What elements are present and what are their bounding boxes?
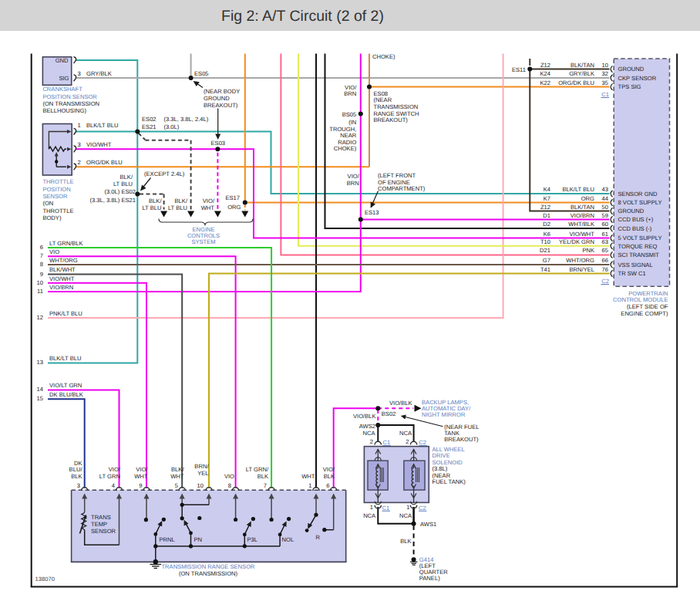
svg-text:R: R: [316, 534, 321, 541]
svg-text:NOL: NOL: [282, 536, 294, 543]
svg-text:BODY): BODY): [42, 214, 62, 221]
svg-text:NCA: NCA: [399, 430, 412, 437]
svg-text:6: 6: [326, 482, 329, 489]
svg-text:1: 1: [370, 504, 373, 511]
svg-text:(3.3L, 3.8L) ES21: (3.3L, 3.8L) ES21: [89, 197, 136, 204]
svg-text:ES11: ES11: [512, 66, 526, 73]
svg-text:3: 3: [77, 482, 80, 489]
svg-text:32: 32: [602, 70, 608, 77]
svg-text:ES05: ES05: [194, 70, 209, 77]
svg-text:AWS1: AWS1: [420, 521, 436, 528]
svg-text:DK BLU/BLK: DK BLU/BLK: [49, 391, 83, 398]
svg-text:SYSTEM: SYSTEM: [191, 238, 215, 245]
svg-text:9: 9: [139, 482, 142, 489]
svg-text:C2: C2: [419, 439, 426, 446]
svg-text:SENSOR: SENSOR: [42, 193, 68, 200]
svg-text:BLK/WHT: BLK/WHT: [49, 266, 76, 273]
svg-text:CHOKE): CHOKE): [372, 53, 395, 60]
svg-text:BS02: BS02: [382, 410, 396, 417]
svg-text:2: 2: [406, 438, 409, 445]
svg-text:60: 60: [602, 221, 608, 228]
svg-text:VSS SIGNAL: VSS SIGNAL: [618, 262, 653, 268]
svg-text:(ON: (ON: [42, 200, 53, 207]
svg-text:VIO/BRN: VIO/BRN: [570, 212, 594, 219]
svg-text:Fig 2: A/T Circuit (2 of 2): Fig 2: A/T Circuit (2 of 2): [221, 8, 384, 25]
svg-text:LT GRN/BLK: LT GRN/BLK: [49, 240, 83, 247]
svg-text:BLK: BLK: [71, 473, 82, 480]
svg-text:G7: G7: [543, 257, 550, 264]
svg-text:VIO/WHT: VIO/WHT: [570, 231, 595, 238]
svg-text:K7: K7: [544, 195, 550, 202]
svg-text:WHT/ORG: WHT/ORG: [566, 257, 594, 264]
svg-text:138070: 138070: [35, 576, 55, 582]
svg-text:NCA: NCA: [399, 512, 412, 519]
svg-text:8: 8: [40, 261, 43, 268]
svg-text:3: 3: [78, 141, 81, 148]
svg-text:BLK/: BLK/: [120, 174, 133, 181]
svg-text:BLK/LT BLU: BLK/LT BLU: [86, 122, 119, 129]
svg-text:ES13: ES13: [365, 209, 379, 216]
svg-text:GRY/BLK: GRY/BLK: [86, 70, 112, 77]
svg-text:D21: D21: [540, 247, 550, 254]
svg-text:2: 2: [78, 159, 81, 166]
svg-text:BLK/: BLK/: [149, 198, 162, 204]
svg-text:VIO/: VIO/: [348, 173, 360, 180]
svg-text:VIO: VIO: [49, 248, 59, 255]
svg-text:FUEL TANK): FUEL TANK): [432, 478, 466, 485]
svg-text:10: 10: [602, 62, 608, 69]
svg-text:CCD BUS (+): CCD BUS (+): [618, 216, 654, 223]
svg-text:WHT: WHT: [201, 204, 215, 211]
svg-text:SENSOR GND: SENSOR GND: [618, 191, 658, 198]
svg-text:15: 15: [37, 395, 43, 402]
svg-text:P3L: P3L: [247, 536, 258, 543]
svg-text:5 VOLT SUPPLY: 5 VOLT SUPPLY: [618, 235, 662, 241]
svg-text:POSITION SENSOR: POSITION SENSOR: [42, 93, 97, 100]
svg-text:ES02: ES02: [142, 116, 156, 123]
svg-text:VIO/LT GRN: VIO/LT GRN: [49, 382, 82, 389]
svg-text:2: 2: [370, 438, 373, 445]
svg-text:ORG/DK BLU: ORG/DK BLU: [86, 159, 123, 166]
svg-text:BLK/LT BLU: BLK/LT BLU: [562, 186, 594, 193]
svg-text:PNK: PNK: [582, 247, 594, 254]
svg-text:TRANSMISSION RANGE SENSOR: TRANSMISSION RANGE SENSOR: [161, 563, 255, 570]
svg-text:LT GRN: LT GRN: [99, 473, 120, 480]
svg-text:BLK/LT BLU: BLK/LT BLU: [49, 355, 82, 362]
svg-text:13: 13: [37, 359, 43, 366]
svg-text:ENGINE COMPT): ENGINE COMPT): [621, 310, 668, 317]
svg-text:VIO/: VIO/: [345, 84, 357, 91]
svg-text:PRNL: PRNL: [160, 536, 175, 543]
svg-text:WHT/ORG: WHT/ORG: [49, 257, 78, 264]
svg-text:BELLHOUSING): BELLHOUSING): [42, 107, 86, 114]
svg-text:BLK/TAN: BLK/TAN: [570, 204, 594, 211]
svg-text:BREAKOUT): BREAKOUT): [204, 102, 238, 109]
svg-text:PANEL): PANEL): [419, 575, 440, 582]
svg-text:NCA: NCA: [362, 430, 375, 437]
svg-text:TEMP: TEMP: [91, 521, 107, 528]
svg-text:1: 1: [308, 482, 311, 489]
svg-text:K24: K24: [540, 70, 550, 77]
svg-text:1: 1: [78, 122, 81, 129]
svg-text:BRN: BRN: [344, 90, 356, 97]
svg-text:BLK: BLK: [257, 473, 268, 480]
svg-text:VIO/BRN: VIO/BRN: [49, 284, 73, 291]
svg-text:YEL/DK GRN: YEL/DK GRN: [559, 238, 594, 245]
svg-text:(NEAR BODY: (NEAR BODY: [204, 88, 240, 95]
svg-text:63: 63: [602, 238, 608, 245]
svg-text:61: 61: [602, 231, 608, 238]
svg-text:AWS2: AWS2: [359, 423, 375, 430]
svg-text:4: 4: [112, 482, 115, 489]
svg-text:10: 10: [37, 279, 43, 286]
svg-text:PNK/LT BLU: PNK/LT BLU: [49, 310, 82, 317]
svg-text:ORG: ORG: [227, 204, 241, 211]
svg-text:76: 76: [602, 266, 608, 273]
svg-text:GROUND: GROUND: [618, 208, 644, 214]
svg-text:43: 43: [602, 186, 608, 193]
svg-text:BREAKOUT): BREAKOUT): [374, 116, 409, 123]
svg-text:LT BLU: LT BLU: [142, 204, 161, 211]
svg-text:6: 6: [40, 244, 43, 251]
svg-text:K22: K22: [540, 79, 550, 86]
svg-text:ES21: ES21: [142, 123, 156, 130]
svg-text:WHT/BLK: WHT/BLK: [568, 221, 594, 228]
svg-text:VIO/WHT: VIO/WHT: [86, 141, 112, 148]
svg-text:D2: D2: [543, 221, 550, 228]
